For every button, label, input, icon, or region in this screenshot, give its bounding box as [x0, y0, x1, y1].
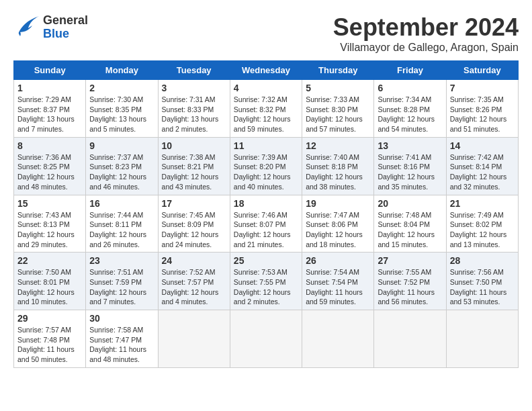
table-row: 26 Sunrise: 7:54 AM Sunset: 7:54 PM Dayl… — [302, 253, 374, 310]
day-info: Sunrise: 7:38 AM Sunset: 8:21 PM Dayligh… — [162, 152, 226, 192]
day-number: 1 — [17, 83, 82, 93]
table-row: 20 Sunrise: 7:48 AM Sunset: 8:04 PM Dayl… — [374, 195, 446, 253]
table-row: 7 Sunrise: 7:35 AM Sunset: 8:26 PM Dayli… — [446, 80, 518, 138]
day-number: 23 — [89, 255, 154, 266]
title-area: September 2024 Villamayor de Gallego, Ar… — [333, 13, 519, 54]
table-row: 11 Sunrise: 7:39 AM Sunset: 8:20 PM Dayl… — [230, 137, 302, 195]
day-info: Sunrise: 7:31 AM Sunset: 8:33 PM Dayligh… — [162, 95, 226, 134]
day-info: Sunrise: 7:56 AM Sunset: 7:50 PM Dayligh… — [450, 267, 515, 307]
table-row — [158, 310, 230, 368]
month-title: September 2024 — [333, 13, 519, 42]
table-row: 12 Sunrise: 7:40 AM Sunset: 8:18 PM Dayl… — [302, 137, 374, 195]
day-info: Sunrise: 7:55 AM Sunset: 7:52 PM Dayligh… — [378, 267, 442, 307]
day-info: Sunrise: 7:30 AM Sunset: 8:35 PM Dayligh… — [89, 95, 154, 134]
day-number: 30 — [89, 313, 154, 324]
day-info: Sunrise: 7:34 AM Sunset: 8:28 PM Dayligh… — [378, 95, 442, 134]
table-row: 9 Sunrise: 7:37 AM Sunset: 8:23 PM Dayli… — [86, 137, 158, 195]
table-row: 30 Sunrise: 7:58 AM Sunset: 7:47 PM Dayl… — [86, 310, 158, 368]
day-number: 26 — [306, 255, 370, 266]
day-info: Sunrise: 7:37 AM Sunset: 8:23 PM Dayligh… — [89, 152, 154, 192]
day-info: Sunrise: 7:51 AM Sunset: 7:59 PM Dayligh… — [89, 267, 154, 307]
col-wednesday: Wednesday — [230, 61, 302, 80]
day-number: 10 — [162, 140, 226, 151]
day-info: Sunrise: 7:44 AM Sunset: 8:11 PM Dayligh… — [89, 210, 154, 250]
table-row: 28 Sunrise: 7:56 AM Sunset: 7:50 PM Dayl… — [446, 253, 518, 310]
day-info: Sunrise: 7:45 AM Sunset: 8:09 PM Dayligh… — [162, 210, 226, 250]
table-row: 14 Sunrise: 7:42 AM Sunset: 8:14 PM Dayl… — [446, 137, 518, 195]
day-info: Sunrise: 7:47 AM Sunset: 8:06 PM Dayligh… — [306, 210, 370, 250]
day-info: Sunrise: 7:32 AM Sunset: 8:32 PM Dayligh… — [234, 95, 298, 134]
day-number: 5 — [306, 83, 370, 93]
day-info: Sunrise: 7:58 AM Sunset: 7:47 PM Dayligh… — [89, 325, 154, 365]
day-info: Sunrise: 7:53 AM Sunset: 7:55 PM Dayligh… — [234, 267, 298, 307]
table-row: 19 Sunrise: 7:47 AM Sunset: 8:06 PM Dayl… — [302, 195, 374, 253]
col-thursday: Thursday — [302, 61, 374, 80]
day-number: 17 — [162, 198, 226, 209]
table-row: 13 Sunrise: 7:41 AM Sunset: 8:16 PM Dayl… — [374, 137, 446, 195]
table-row — [230, 310, 302, 368]
col-saturday: Saturday — [446, 61, 518, 80]
table-row: 4 Sunrise: 7:32 AM Sunset: 8:32 PM Dayli… — [230, 80, 302, 138]
table-row: 15 Sunrise: 7:43 AM Sunset: 8:13 PM Dayl… — [14, 195, 86, 253]
calendar-table: Sunday Monday Tuesday Wednesday Thursday… — [13, 60, 519, 368]
day-number: 3 — [162, 83, 226, 93]
day-number: 13 — [378, 140, 442, 151]
day-number: 14 — [450, 140, 515, 151]
header-row: Sunday Monday Tuesday Wednesday Thursday… — [14, 61, 519, 80]
day-info: Sunrise: 7:46 AM Sunset: 8:07 PM Dayligh… — [234, 210, 298, 250]
day-number: 11 — [234, 140, 298, 151]
col-friday: Friday — [374, 61, 446, 80]
day-number: 2 — [89, 83, 154, 93]
table-row: 25 Sunrise: 7:53 AM Sunset: 7:55 PM Dayl… — [230, 253, 302, 310]
table-row: 29 Sunrise: 7:57 AM Sunset: 7:48 PM Dayl… — [14, 310, 86, 368]
col-monday: Monday — [86, 61, 158, 80]
day-number: 22 — [17, 255, 82, 266]
day-info: Sunrise: 7:41 AM Sunset: 8:16 PM Dayligh… — [378, 152, 442, 192]
day-info: Sunrise: 7:52 AM Sunset: 7:57 PM Dayligh… — [162, 267, 226, 307]
day-number: 6 — [378, 83, 442, 93]
day-info: Sunrise: 7:42 AM Sunset: 8:14 PM Dayligh… — [450, 152, 515, 192]
day-number: 15 — [17, 198, 82, 209]
logo: General Blue — [13, 13, 88, 41]
day-number: 28 — [450, 255, 515, 266]
table-row: 16 Sunrise: 7:44 AM Sunset: 8:11 PM Dayl… — [86, 195, 158, 253]
day-number: 27 — [378, 255, 442, 266]
day-number: 18 — [234, 198, 298, 209]
day-number: 25 — [234, 255, 298, 266]
table-row: 18 Sunrise: 7:46 AM Sunset: 8:07 PM Dayl… — [230, 195, 302, 253]
day-info: Sunrise: 7:57 AM Sunset: 7:48 PM Dayligh… — [17, 325, 82, 365]
col-sunday: Sunday — [14, 61, 86, 80]
logo-bird-icon — [13, 13, 40, 41]
table-row: 6 Sunrise: 7:34 AM Sunset: 8:28 PM Dayli… — [374, 80, 446, 138]
day-number: 12 — [306, 140, 370, 151]
table-row: 22 Sunrise: 7:50 AM Sunset: 8:01 PM Dayl… — [14, 253, 86, 310]
day-number: 19 — [306, 198, 370, 209]
table-row: 3 Sunrise: 7:31 AM Sunset: 8:33 PM Dayli… — [158, 80, 230, 138]
day-info: Sunrise: 7:36 AM Sunset: 8:25 PM Dayligh… — [17, 152, 82, 192]
day-info: Sunrise: 7:39 AM Sunset: 8:20 PM Dayligh… — [234, 152, 298, 192]
day-number: 24 — [162, 255, 226, 266]
day-info: Sunrise: 7:43 AM Sunset: 8:13 PM Dayligh… — [17, 210, 82, 250]
table-row: 23 Sunrise: 7:51 AM Sunset: 7:59 PM Dayl… — [86, 253, 158, 310]
day-info: Sunrise: 7:35 AM Sunset: 8:26 PM Dayligh… — [450, 95, 515, 134]
day-info: Sunrise: 7:50 AM Sunset: 8:01 PM Dayligh… — [17, 267, 82, 307]
day-number: 8 — [17, 140, 82, 151]
day-info: Sunrise: 7:54 AM Sunset: 7:54 PM Dayligh… — [306, 267, 370, 307]
day-info: Sunrise: 7:33 AM Sunset: 8:30 PM Dayligh… — [306, 95, 370, 134]
table-row: 10 Sunrise: 7:38 AM Sunset: 8:21 PM Dayl… — [158, 137, 230, 195]
day-number: 16 — [89, 198, 154, 209]
day-number: 4 — [234, 83, 298, 93]
table-row — [374, 310, 446, 368]
table-row: 24 Sunrise: 7:52 AM Sunset: 7:57 PM Dayl… — [158, 253, 230, 310]
table-row: 8 Sunrise: 7:36 AM Sunset: 8:25 PM Dayli… — [14, 137, 86, 195]
col-tuesday: Tuesday — [158, 61, 230, 80]
day-number: 20 — [378, 198, 442, 209]
location-title: Villamayor de Gallego, Aragon, Spain — [333, 42, 519, 54]
table-row: 21 Sunrise: 7:49 AM Sunset: 8:02 PM Dayl… — [446, 195, 518, 253]
day-number: 29 — [17, 313, 82, 324]
day-info: Sunrise: 7:49 AM Sunset: 8:02 PM Dayligh… — [450, 210, 515, 250]
table-row — [302, 310, 374, 368]
table-row: 2 Sunrise: 7:30 AM Sunset: 8:35 PM Dayli… — [86, 80, 158, 138]
table-row: 1 Sunrise: 7:29 AM Sunset: 8:37 PM Dayli… — [14, 80, 86, 138]
day-info: Sunrise: 7:48 AM Sunset: 8:04 PM Dayligh… — [378, 210, 442, 250]
